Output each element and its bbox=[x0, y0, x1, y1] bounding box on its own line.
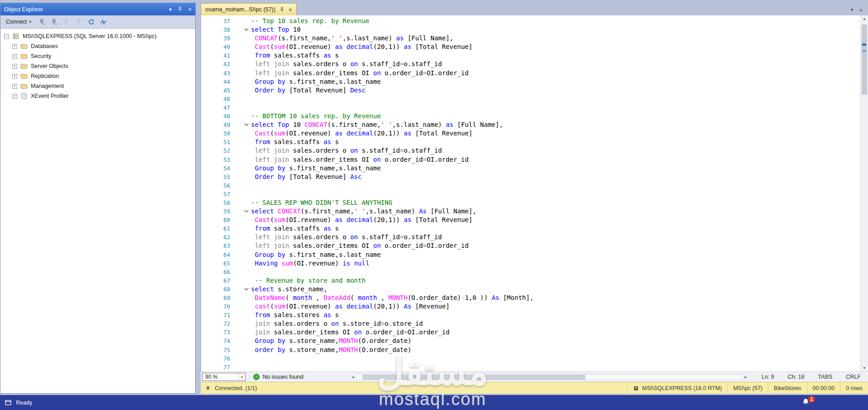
code-line[interactable]: 45 Order by [Total Revenue] Desc bbox=[201, 86, 868, 95]
scrollbar-annotation-mark bbox=[862, 43, 866, 46]
line-number: 73 bbox=[201, 328, 230, 337]
zoom-select[interactable]: 90 % ▾ bbox=[202, 373, 246, 381]
pin-icon[interactable] bbox=[177, 6, 183, 12]
code-line[interactable]: 67 -- Revenue by store and month bbox=[201, 276, 868, 285]
line-number: 56 bbox=[201, 181, 230, 190]
vertical-scrollbar[interactable]: ▲ ▼ bbox=[860, 15, 868, 371]
code-line[interactable]: 68select s.store_name, bbox=[201, 285, 868, 294]
code-line[interactable]: 69 DateName( month , DateAdd( month , MO… bbox=[201, 294, 868, 302]
expand-icon[interactable]: + bbox=[12, 44, 17, 49]
tree-item-databases[interactable]: +Databases bbox=[0, 41, 195, 51]
scroll-left-icon[interactable]: ◄ bbox=[351, 375, 355, 379]
code-line[interactable]: 41 from sales.staffs as s bbox=[201, 51, 868, 60]
code-line[interactable]: 61 from sales.staffs as s bbox=[201, 224, 868, 233]
scroll-down-icon[interactable]: ▼ bbox=[861, 366, 868, 370]
fold-collapse-chevron-icon[interactable] bbox=[230, 285, 251, 294]
code-line[interactable]: 54 Group by s.first_name,s.last_name bbox=[201, 164, 868, 173]
fold-margin bbox=[230, 43, 251, 51]
code-line[interactable]: 73 join sales.order_items OI on o.order_… bbox=[201, 328, 868, 337]
code-line[interactable]: 42 left join sales.orders o on s.staff_i… bbox=[201, 60, 868, 68]
activity-monitor-icon[interactable] bbox=[99, 18, 107, 26]
tree-item-replication[interactable]: +Replication bbox=[0, 71, 195, 81]
code-line[interactable]: 48-- BOTTOM 10 sales rep. by Revenue bbox=[201, 112, 868, 121]
vertical-scrollbar-thumb[interactable] bbox=[862, 24, 867, 95]
code-line[interactable]: 59select CONCAT(s.first_name,' ',s.last_… bbox=[201, 207, 868, 216]
line-number: 70 bbox=[201, 302, 230, 311]
fold-margin bbox=[230, 294, 251, 302]
fold-collapse-chevron-icon[interactable] bbox=[230, 121, 251, 129]
scroll-up-icon[interactable]: ▲ bbox=[861, 17, 868, 21]
expand-icon[interactable]: + bbox=[12, 64, 17, 69]
fold-collapse-chevron-icon[interactable] bbox=[230, 25, 251, 34]
document-tab-strip: osama_moham...SI\pc (57)) × ▾ ≡ bbox=[201, 3, 868, 15]
code-editor[interactable]: 37-- Top 10 sales rep. by Revenue38selec… bbox=[201, 15, 868, 371]
code-line[interactable]: 49select Top 10 CONCAT(s.first_name,' ',… bbox=[201, 121, 868, 129]
tree-item-label: Security bbox=[31, 53, 51, 59]
tree-item-server-objects[interactable]: +Server Objects bbox=[0, 61, 195, 71]
horizontal-scrollbar[interactable]: ◄ ► bbox=[351, 372, 747, 382]
code-line[interactable]: 44 Group by s.first_name,s.last_name bbox=[201, 77, 868, 86]
code-line[interactable]: 70 cast(sum(OI.revenue) as decimal(20,1)… bbox=[201, 302, 868, 311]
line-number: 51 bbox=[201, 138, 230, 146]
code-line[interactable]: 43 left join sales.order_items OI on o.o… bbox=[201, 69, 868, 77]
connect-object-explorer-icon[interactable] bbox=[38, 18, 46, 26]
code-line[interactable]: 71 from sales.stores as s bbox=[201, 311, 868, 319]
code-line[interactable]: 77 bbox=[201, 363, 868, 371]
code-line[interactable]: 51 from sales.staffs as s bbox=[201, 138, 868, 146]
expand-icon[interactable]: + bbox=[12, 74, 17, 79]
window-position-chevron-icon[interactable]: ▾ bbox=[169, 6, 172, 13]
code-line[interactable]: 47 bbox=[201, 103, 868, 112]
refresh-icon[interactable] bbox=[87, 18, 95, 26]
code-line[interactable]: 58-- SALES REP WHO DIDN'T SELL ANYTHING bbox=[201, 198, 868, 207]
notifications-bell-icon[interactable]: 1 bbox=[802, 398, 811, 407]
close-icon[interactable]: × bbox=[188, 6, 192, 13]
code-line[interactable]: 76 bbox=[201, 354, 868, 363]
code-text: left join sales.orders o on s.staff_id=o… bbox=[251, 233, 442, 241]
code-line[interactable]: 60 Cast(sum(OI.revenue) as decimal(20,1)… bbox=[201, 216, 868, 224]
tree-item-server-root[interactable]: − MSI\SQLEXPRESS (SQL Server 16.0.1000 -… bbox=[0, 31, 195, 41]
filter-icon[interactable] bbox=[75, 18, 83, 26]
code-line[interactable]: 75 order by s.store_name,MONTH(O.order_d… bbox=[201, 346, 868, 354]
login-status: MSI\pc (57) bbox=[727, 382, 768, 394]
code-text: Group by s.first_name,s.last_name bbox=[251, 251, 381, 259]
expand-icon[interactable]: + bbox=[12, 94, 17, 99]
code-line[interactable]: 65 Having sum(OI.revenue) is null bbox=[201, 259, 868, 268]
collapse-icon[interactable]: − bbox=[4, 34, 9, 39]
code-line[interactable]: 55 Order by [Total Revenue] Asc bbox=[201, 173, 868, 181]
code-line[interactable]: 64 Group by s.first_name,s.last_name bbox=[201, 251, 868, 259]
code-line[interactable]: 37-- Top 10 sales rep. by Revenue bbox=[201, 17, 868, 25]
code-line[interactable]: 56 bbox=[201, 181, 868, 190]
document-tab[interactable]: osama_moham...SI\pc (57)) × bbox=[201, 3, 297, 15]
tree-item-xevent-profiler[interactable]: +XEvent Profiler bbox=[0, 91, 195, 101]
code-line[interactable]: 62 left join sales.orders o on s.staff_i… bbox=[201, 233, 868, 241]
code-line[interactable]: 52 left join sales.orders o on s.staff_i… bbox=[201, 146, 868, 155]
document-health-indicator[interactable]: ✓ No issues found bbox=[253, 372, 304, 382]
scroll-right-icon[interactable]: ► bbox=[744, 375, 747, 379]
code-line[interactable]: 50 Cast(sum(OI.revenue) as decimal(20,1)… bbox=[201, 129, 868, 138]
code-line[interactable]: 57 bbox=[201, 190, 868, 198]
fold-collapse-chevron-icon[interactable] bbox=[230, 207, 251, 216]
horizontal-scrollbar-thumb[interactable] bbox=[362, 375, 586, 380]
code-line[interactable]: 40 Cast(sum(OI.revenue) as decimal(20,1)… bbox=[201, 43, 868, 51]
expand-icon[interactable]: + bbox=[12, 84, 17, 89]
tree-item-management[interactable]: +Management bbox=[0, 81, 195, 91]
connect-button[interactable]: Connect ▾ bbox=[3, 18, 34, 26]
line-number: 44 bbox=[201, 77, 230, 86]
code-line[interactable]: 74 Group by s.store_name,MONTH(O.order_d… bbox=[201, 337, 868, 345]
expand-icon[interactable]: + bbox=[12, 54, 17, 59]
close-icon[interactable]: × bbox=[289, 7, 292, 13]
code-line[interactable]: 53 left join sales.order_items OI on o.o… bbox=[201, 155, 868, 164]
code-line[interactable]: 72 join sales.orders o on s.store_id=o.s… bbox=[201, 319, 868, 328]
line-number: 74 bbox=[201, 337, 230, 345]
code-line[interactable]: 38select Top 10 bbox=[201, 25, 868, 34]
window-menu-icon[interactable]: ≡ bbox=[860, 7, 863, 13]
active-files-chevron-icon[interactable]: ▾ bbox=[851, 7, 854, 13]
pin-icon[interactable] bbox=[279, 7, 285, 13]
code-line[interactable]: 66 bbox=[201, 268, 868, 276]
code-line[interactable]: 46 bbox=[201, 95, 868, 103]
code-line[interactable]: 63 left join sales.order_items OI on o.o… bbox=[201, 241, 868, 250]
connect-server-icon[interactable] bbox=[50, 18, 58, 26]
tree-item-security[interactable]: +Security bbox=[0, 51, 195, 61]
code-line[interactable]: 39 CONCAT(s.first_name,' ',s.last_name) … bbox=[201, 34, 868, 43]
disconnect-icon[interactable] bbox=[63, 18, 71, 26]
